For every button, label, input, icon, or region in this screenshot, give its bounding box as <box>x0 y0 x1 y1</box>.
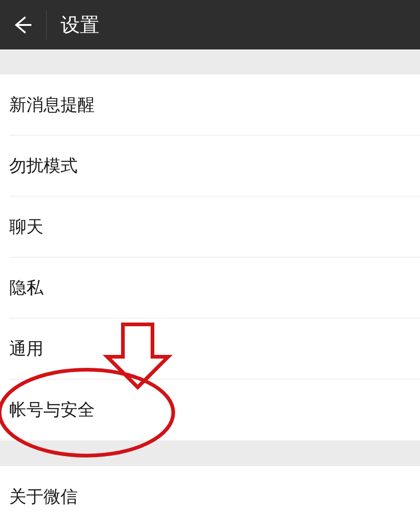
settings-item-privacy[interactable]: 隐私 <box>0 257 420 318</box>
settings-item-new-message-alerts[interactable]: 新消息提醒 <box>0 74 420 135</box>
page-title: 设置 <box>61 12 99 38</box>
settings-item-account-security[interactable]: 帐号与安全 <box>0 379 420 440</box>
settings-item-chat[interactable]: 聊天 <box>0 196 420 257</box>
list-item-label: 帐号与安全 <box>9 398 95 421</box>
section-gap <box>0 440 420 466</box>
list-item-label: 隐私 <box>9 276 43 299</box>
settings-item-about-wechat[interactable]: 关于微信 <box>0 466 420 512</box>
settings-item-do-not-disturb[interactable]: 勿扰模式 <box>0 135 420 196</box>
settings-group-2: 关于微信 <box>0 466 420 512</box>
list-item-label: 勿扰模式 <box>9 154 78 177</box>
list-item-label: 通用 <box>9 337 43 360</box>
arrow-left-icon <box>11 13 34 37</box>
list-item-label: 关于微信 <box>9 485 78 508</box>
back-button[interactable] <box>4 6 41 43</box>
settings-item-general[interactable]: 通用 <box>0 318 420 379</box>
list-item-label: 新消息提醒 <box>9 93 95 116</box>
settings-group-1: 新消息提醒 勿扰模式 聊天 隐私 通用 帐号与安全 <box>0 74 420 440</box>
header-divider <box>46 11 47 39</box>
app-header: 设置 <box>0 0 420 49</box>
section-gap <box>0 49 420 74</box>
list-item-label: 聊天 <box>9 215 43 238</box>
